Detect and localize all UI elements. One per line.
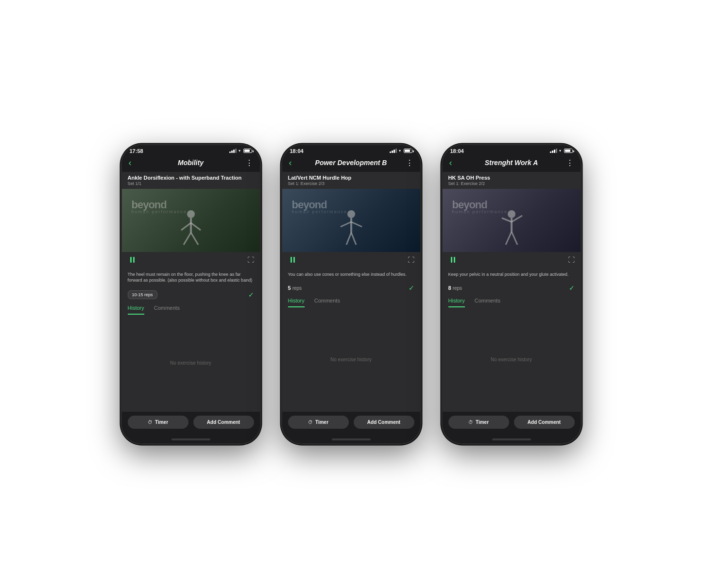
home-indicator xyxy=(332,438,371,440)
svg-point-0 xyxy=(187,210,195,218)
svg-line-14 xyxy=(502,218,512,222)
wifi-icon: ▾ xyxy=(239,149,240,153)
svg-line-11 xyxy=(351,233,356,245)
back-button[interactable]: ‹ xyxy=(289,158,301,168)
reps-section: 10-15 reps✓ xyxy=(122,287,260,302)
reps-badge: 10-15 reps xyxy=(128,290,157,299)
fullscreen-button[interactable]: ⛶ xyxy=(408,256,414,264)
phones-container: 17:58▾‹Mobility⋮Ankle Dorsiflexion - wit… xyxy=(101,105,601,484)
exercise-person-figure xyxy=(497,208,526,247)
add-comment-button-label: Add Comment xyxy=(528,420,561,425)
complete-checkmark[interactable]: ✓ xyxy=(248,291,254,299)
svg-line-4 xyxy=(184,233,191,245)
svg-line-9 xyxy=(351,222,362,227)
history-content: No exercise history xyxy=(443,307,581,411)
status-icons: ▾ xyxy=(390,149,412,153)
back-button[interactable]: ‹ xyxy=(129,158,140,168)
exercise-info-bar: HK SA OH PressSet 1: Exercise 2/2 xyxy=(443,172,581,189)
exercise-person-figure xyxy=(176,208,205,247)
header-title: Strenght Work A xyxy=(461,159,562,167)
timer-button-label: Timer xyxy=(155,420,168,425)
svg-line-16 xyxy=(506,232,512,245)
exercise-name: Ankle Dorsiflexion - with Superband Trac… xyxy=(128,175,254,181)
more-menu-button[interactable]: ⋮ xyxy=(562,158,574,168)
reps-unit: reps xyxy=(453,286,462,291)
pause-button[interactable] xyxy=(128,255,137,265)
exercise-set-label: Set 1/1 xyxy=(128,181,254,186)
phone-screen: 18:04▾‹Strenght Work A⋮HK SA OH PressSet… xyxy=(443,145,581,443)
timer-button[interactable]: ⏱Timer xyxy=(128,416,188,429)
status-time: 17:58 xyxy=(130,148,143,154)
timer-button-label: Timer xyxy=(315,420,328,425)
no-history-message: No exercise history xyxy=(170,360,211,366)
status-icons: ▾ xyxy=(229,149,252,153)
tab-history[interactable]: History xyxy=(288,298,305,307)
pause-button[interactable] xyxy=(288,255,298,265)
exercise-name: Lat/Vert NCM Hurdle Hop xyxy=(288,175,414,181)
exercise-set-label: Set 1: Exercise 2/2 xyxy=(448,181,575,186)
phone-screen: 17:58▾‹Mobility⋮Ankle Dorsiflexion - wit… xyxy=(122,145,260,443)
bottom-buttons: ⏱TimerAdd Comment xyxy=(122,412,260,437)
reps-count: 8 xyxy=(448,285,451,291)
back-button[interactable]: ‹ xyxy=(449,158,461,168)
reps-count: 5 xyxy=(288,285,291,291)
reps-section: 8reps✓ xyxy=(443,281,581,295)
no-history-message: No exercise history xyxy=(491,357,532,362)
status-bar: 18:04▾ xyxy=(443,145,581,156)
timer-button[interactable]: ⏱Timer xyxy=(288,416,349,429)
svg-line-3 xyxy=(191,223,201,230)
status-time: 18:04 xyxy=(290,148,304,154)
exercise-notes: Keep your pelvic in a neutral position a… xyxy=(443,268,581,282)
timer-icon: ⏱ xyxy=(468,420,473,425)
reps-unit: reps xyxy=(292,286,302,291)
video-controls: ⛶ xyxy=(282,252,420,268)
video-placeholder[interactable]: beyondhuman performance xyxy=(282,189,420,252)
wifi-icon: ▾ xyxy=(399,149,401,153)
phone-phone-1: 17:58▾‹Mobility⋮Ankle Dorsiflexion - wit… xyxy=(120,144,261,445)
add-comment-button[interactable]: Add Comment xyxy=(514,416,575,429)
notes-text: The heel must remain on the floor, pushi… xyxy=(128,271,254,284)
tab-history[interactable]: History xyxy=(128,305,144,315)
reps-display: 5reps xyxy=(288,285,302,291)
video-placeholder[interactable]: beyondhuman performance xyxy=(443,189,581,252)
tab-comments[interactable]: Comments xyxy=(154,305,180,315)
add-comment-button-label: Add Comment xyxy=(367,420,400,425)
video-area: beyondhuman performance xyxy=(443,189,581,252)
svg-line-17 xyxy=(512,232,517,245)
complete-checkmark[interactable]: ✓ xyxy=(569,284,575,292)
status-icons: ▾ xyxy=(550,149,573,153)
more-menu-button[interactable]: ⋮ xyxy=(402,158,413,168)
video-controls: ⛶ xyxy=(122,252,260,268)
timer-icon: ⏱ xyxy=(308,420,313,425)
tab-comments[interactable]: Comments xyxy=(314,298,340,307)
bottom-buttons: ⏱TimerAdd Comment xyxy=(282,412,420,437)
svg-line-5 xyxy=(191,233,198,245)
fullscreen-button[interactable]: ⛶ xyxy=(247,256,254,264)
video-area: beyondhuman performance xyxy=(282,189,420,252)
pause-button[interactable] xyxy=(448,255,458,265)
svg-line-2 xyxy=(181,223,191,230)
fullscreen-button[interactable]: ⛶ xyxy=(568,256,575,264)
exercise-name: HK SA OH Press xyxy=(448,175,575,181)
bottom-buttons: ⏱TimerAdd Comment xyxy=(443,412,581,437)
battery-icon xyxy=(243,149,252,153)
add-comment-button[interactable]: Add Comment xyxy=(354,416,414,429)
tab-history[interactable]: History xyxy=(448,298,465,307)
tab-comments[interactable]: Comments xyxy=(475,298,500,307)
tabs-row: HistoryComments xyxy=(122,302,260,315)
reps-display: 8reps xyxy=(448,285,462,291)
video-placeholder[interactable]: beyondhuman performance xyxy=(122,189,260,252)
status-time: 18:04 xyxy=(450,148,464,154)
add-comment-button-label: Add Comment xyxy=(207,420,240,425)
add-comment-button[interactable]: Add Comment xyxy=(193,416,254,429)
header-title: Power Development B xyxy=(301,159,402,167)
app-header: ‹Strenght Work A⋮ xyxy=(443,156,581,172)
reps-section: 5reps✓ xyxy=(282,281,420,295)
notes-text: You can also use cones or something else… xyxy=(288,271,414,278)
timer-button[interactable]: ⏱Timer xyxy=(448,416,509,429)
complete-checkmark[interactable]: ✓ xyxy=(409,284,414,292)
app-header: ‹Power Development B⋮ xyxy=(282,156,420,172)
wifi-icon: ▾ xyxy=(559,149,561,153)
exercise-info-bar: Ankle Dorsiflexion - with Superband Trac… xyxy=(122,172,260,189)
more-menu-button[interactable]: ⋮ xyxy=(241,158,253,168)
